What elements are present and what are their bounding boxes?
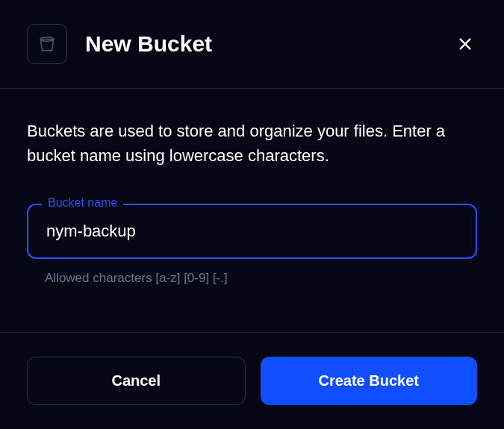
bucket-icon-box [27,24,67,64]
new-bucket-dialog: New Bucket Buckets are used to store and… [0,0,504,429]
bucket-name-help: Allowed characters [a-z] [0-9] [-.] [27,271,477,286]
close-button[interactable] [453,32,477,56]
dialog-header: New Bucket [0,0,504,89]
dialog-footer: Cancel Create Bucket [0,333,504,429]
bucket-icon [37,34,57,54]
create-bucket-button[interactable]: Create Bucket [261,357,478,405]
bucket-name-field: Bucket name [27,204,477,259]
dialog-title: New Bucket [85,31,453,57]
dialog-body: Buckets are used to store and organize y… [0,89,504,333]
bucket-name-label: Bucket name [42,196,123,210]
dialog-description: Buckets are used to store and organize y… [27,119,477,168]
cancel-button[interactable]: Cancel [27,357,246,405]
close-icon [457,36,473,52]
bucket-name-input[interactable] [27,204,477,259]
